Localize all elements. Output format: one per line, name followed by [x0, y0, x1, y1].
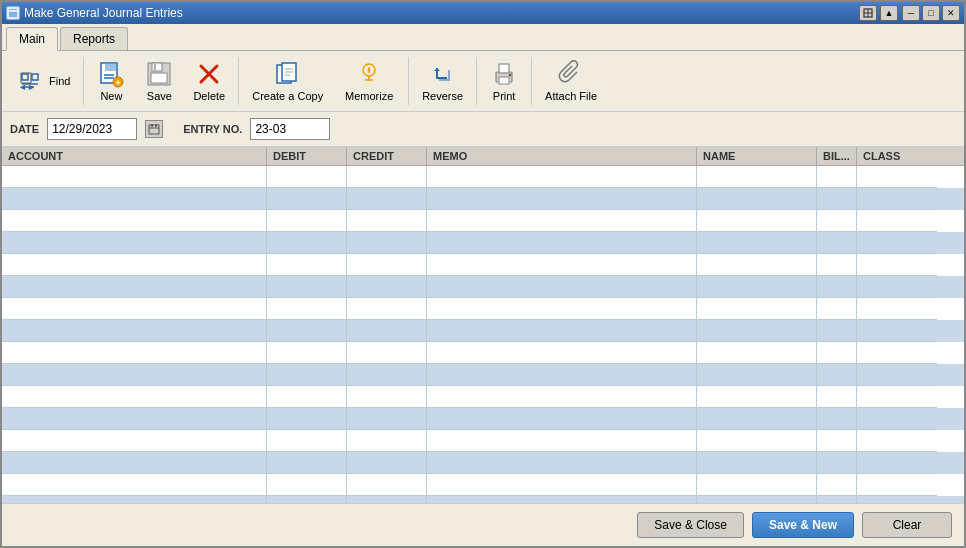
save-close-button[interactable]: Save & Close — [637, 512, 744, 538]
table-cell[interactable] — [347, 254, 427, 276]
table-row[interactable] — [2, 408, 964, 430]
table-cell[interactable] — [2, 408, 267, 430]
table-cell[interactable] — [427, 298, 697, 320]
table-cell[interactable] — [427, 430, 697, 452]
table-cell[interactable] — [817, 320, 857, 342]
table-cell[interactable] — [817, 298, 857, 320]
table-row[interactable] — [2, 210, 964, 232]
table-cell[interactable] — [427, 496, 697, 503]
table-cell[interactable] — [2, 166, 267, 188]
table-cell[interactable] — [817, 254, 857, 276]
table-cell[interactable] — [2, 232, 267, 254]
table-cell[interactable] — [267, 496, 347, 503]
table-cell[interactable] — [2, 496, 267, 503]
reverse-button[interactable]: Reverse — [413, 55, 472, 107]
table-cell[interactable] — [267, 430, 347, 452]
table-row[interactable] — [2, 298, 964, 320]
table-cell[interactable] — [267, 166, 347, 188]
table-cell[interactable] — [427, 474, 697, 496]
table-cell[interactable] — [347, 166, 427, 188]
table-cell[interactable] — [817, 342, 857, 364]
table-cell[interactable] — [857, 276, 937, 298]
table-cell[interactable] — [817, 496, 857, 503]
memorize-button[interactable]: Memorize — [334, 55, 404, 107]
table-cell[interactable] — [347, 496, 427, 503]
table-cell[interactable] — [2, 210, 267, 232]
table-cell[interactable] — [817, 474, 857, 496]
table-cell[interactable] — [347, 474, 427, 496]
table-cell[interactable] — [697, 452, 817, 474]
restore-button[interactable]: □ — [922, 5, 940, 21]
entry-no-input[interactable] — [250, 118, 330, 140]
table-cell[interactable] — [857, 496, 937, 503]
date-input[interactable] — [47, 118, 137, 140]
table-cell[interactable] — [857, 188, 937, 210]
close-button[interactable]: ✕ — [942, 5, 960, 21]
calendar-button[interactable] — [145, 120, 163, 138]
table-row[interactable] — [2, 320, 964, 342]
table-cell[interactable] — [427, 166, 697, 188]
table-cell[interactable] — [697, 276, 817, 298]
table-cell[interactable] — [817, 430, 857, 452]
table-cell[interactable] — [347, 430, 427, 452]
table-cell[interactable] — [347, 210, 427, 232]
table-cell[interactable] — [347, 188, 427, 210]
table-cell[interactable] — [697, 298, 817, 320]
table-cell[interactable] — [697, 386, 817, 408]
save-button[interactable]: Save — [136, 55, 182, 107]
table-cell[interactable] — [427, 188, 697, 210]
table-cell[interactable] — [347, 320, 427, 342]
table-cell[interactable] — [857, 254, 937, 276]
table-cell[interactable] — [2, 298, 267, 320]
table-cell[interactable] — [857, 474, 937, 496]
table-row[interactable] — [2, 276, 964, 298]
collapse-arrow-btn[interactable]: ▲ — [880, 5, 898, 21]
table-cell[interactable] — [2, 188, 267, 210]
table-cell[interactable] — [697, 232, 817, 254]
table-cell[interactable] — [267, 254, 347, 276]
table-cell[interactable] — [2, 254, 267, 276]
table-cell[interactable] — [697, 408, 817, 430]
table-cell[interactable] — [2, 474, 267, 496]
table-cell[interactable] — [267, 364, 347, 386]
table-cell[interactable] — [697, 166, 817, 188]
table-row[interactable] — [2, 496, 964, 503]
table-cell[interactable] — [817, 386, 857, 408]
table-cell[interactable] — [347, 386, 427, 408]
table-cell[interactable] — [817, 188, 857, 210]
table-row[interactable] — [2, 364, 964, 386]
table-cell[interactable] — [2, 342, 267, 364]
table-cell[interactable] — [857, 298, 937, 320]
table-cell[interactable] — [347, 408, 427, 430]
table-cell[interactable] — [857, 342, 937, 364]
table-cell[interactable] — [697, 320, 817, 342]
new-button[interactable]: + New — [88, 55, 134, 107]
table-cell[interactable] — [347, 342, 427, 364]
table-cell[interactable] — [697, 364, 817, 386]
table-cell[interactable] — [817, 166, 857, 188]
table-cell[interactable] — [267, 188, 347, 210]
table-cell[interactable] — [857, 166, 937, 188]
table-cell[interactable] — [857, 430, 937, 452]
table-row[interactable] — [2, 166, 964, 188]
table-cell[interactable] — [857, 386, 937, 408]
find-button[interactable]: ◄► Find — [8, 55, 79, 107]
table-row[interactable] — [2, 474, 964, 496]
table-cell[interactable] — [857, 232, 937, 254]
table-cell[interactable] — [857, 364, 937, 386]
table-cell[interactable] — [817, 364, 857, 386]
table-cell[interactable] — [347, 232, 427, 254]
table-cell[interactable] — [697, 210, 817, 232]
table-cell[interactable] — [427, 232, 697, 254]
table-cell[interactable] — [817, 210, 857, 232]
table-cell[interactable] — [2, 276, 267, 298]
table-cell[interactable] — [427, 210, 697, 232]
table-cell[interactable] — [267, 210, 347, 232]
attach-file-button[interactable]: Attach File — [536, 55, 606, 107]
table-cell[interactable] — [267, 386, 347, 408]
table-cell[interactable] — [347, 298, 427, 320]
minimize-button[interactable]: ─ — [902, 5, 920, 21]
create-copy-button[interactable]: Create a Copy — [243, 55, 332, 107]
table-cell[interactable] — [857, 452, 937, 474]
table-cell[interactable] — [817, 232, 857, 254]
